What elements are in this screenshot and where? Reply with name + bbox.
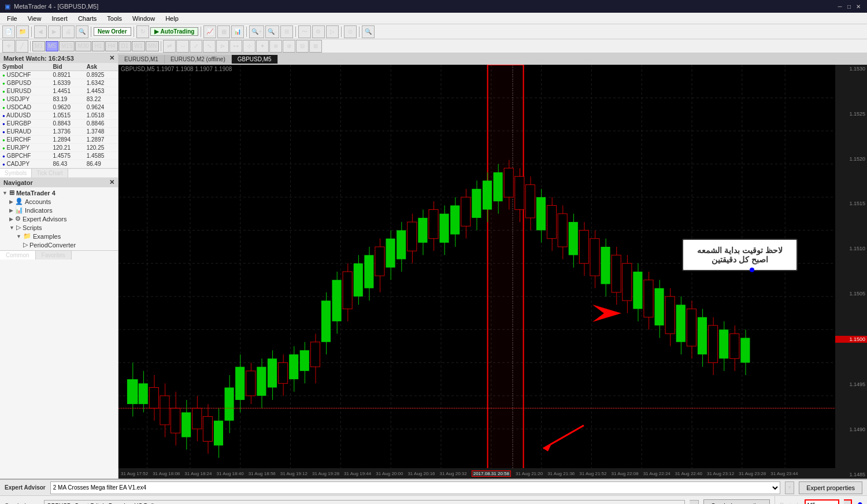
open-data-folder-button[interactable]: 📁 — [16, 25, 29, 38]
market-watch-row[interactable]: ● GBPCHF 1.4575 1.4585 — [0, 152, 118, 160]
bid-cell: 1.4451 — [50, 87, 84, 95]
expert-advisors-button[interactable]: ⚙ — [312, 25, 325, 38]
menu-insert[interactable]: Insert — [47, 13, 72, 24]
period-dropdown-arrow[interactable]: ▼ — [844, 499, 852, 504]
nav-period-converter[interactable]: ▷ PeriodConverter — [0, 240, 118, 249]
line-tool[interactable]: ╱ — [16, 40, 28, 53]
bid-cell: 0.8843 — [50, 120, 84, 128]
symbol-properties-button[interactable]: Symbol properties — [703, 499, 770, 504]
menu-charts[interactable]: Charts — [73, 13, 101, 24]
template-button[interactable]: ⊙ — [344, 25, 357, 38]
drawing-tool-5[interactable]: ⊳ — [216, 40, 229, 53]
drawing-tool-9[interactable]: ⊕ — [269, 40, 282, 53]
nav-expert-advisors[interactable]: ▶ ⚙ Expert Advisors — [0, 214, 118, 223]
nav-tab-favorites[interactable]: Favorites — [36, 251, 72, 260]
nav-scripts[interactable]: ▼ ▷ Scripts — [0, 223, 118, 232]
svg-rect-144 — [730, 333, 739, 358]
line-chart-button[interactable]: 📈 — [203, 25, 216, 38]
new-order-button[interactable]: New Order — [94, 27, 131, 36]
crosshair-tool[interactable]: ✛ — [2, 40, 15, 53]
menu-file[interactable]: File — [2, 13, 22, 24]
nav-examples[interactable]: ▼ 📁 Examples — [0, 232, 118, 240]
nav-period-converter-label: PeriodConverter — [29, 242, 76, 249]
period-input[interactable] — [805, 499, 839, 504]
zoom-out-button[interactable]: 🔍- — [265, 25, 279, 38]
menu-window[interactable]: Window — [128, 13, 160, 24]
ea-dropdown[interactable]: 2 MA Crosses Mega filter EA V1.ex4 — [50, 481, 780, 494]
menu-tools[interactable]: Tools — [102, 13, 127, 24]
drawing-tool-6[interactable]: ⊶ — [229, 40, 242, 53]
properties-button[interactable]: ⊞ — [280, 25, 293, 38]
search-button[interactable]: 🔍 — [362, 25, 375, 38]
period-h1[interactable]: H1 — [92, 41, 105, 51]
scripts-button[interactable]: ▷ — [326, 25, 339, 38]
chart-tab-eurusd-m1[interactable]: EURUSD,M1 — [118, 55, 165, 64]
nav-accounts-label: Accounts — [25, 198, 51, 205]
period-m1[interactable]: M1 — [32, 41, 45, 51]
market-watch-row[interactable]: ● EURCHF 1.2894 1.2897 — [0, 136, 118, 144]
zoom-in-button[interactable]: 🔍+ — [249, 25, 264, 38]
chart-tab-eurusd-m2[interactable]: EURUSD,M2 (offline) — [165, 55, 232, 64]
annotation-line2: اصبح كل دقيقتين — [692, 255, 788, 264]
drawing-tool-11[interactable]: ⊟ — [296, 40, 309, 53]
period-h4[interactable]: H4 — [105, 41, 118, 51]
indicators-button[interactable]: 〜 — [298, 25, 311, 38]
new-order-label: New Order — [98, 28, 127, 35]
market-watch-row[interactable]: ● EURGBP 0.8843 0.8846 — [0, 120, 118, 128]
drawing-tool-1[interactable]: ⇌ — [163, 40, 176, 53]
symbol-select[interactable]: GBPUSD, Great Britain Pound vs US Dollar — [44, 500, 685, 504]
autotrading-button[interactable]: ▶ AutoTrading — [150, 27, 199, 36]
close-button[interactable]: ✕ — [854, 2, 862, 10]
back-button[interactable]: ◀ — [34, 25, 47, 38]
print-button[interactable]: 🖨 — [62, 25, 75, 38]
market-watch-row[interactable]: ● GBPUSD 1.6339 1.6342 — [0, 79, 118, 87]
ea-dropdown-arrow[interactable]: ▼ — [785, 481, 794, 494]
minimize-button[interactable]: ─ — [836, 2, 844, 10]
drawing-tool-2[interactable]: ↔ — [176, 40, 189, 53]
bar-chart-button[interactable]: ▦ — [217, 25, 230, 38]
market-watch-row[interactable]: ● EURAUD 1.3736 1.3748 — [0, 128, 118, 136]
market-watch-row[interactable]: ● EURUSD 1.4451 1.4453 — [0, 87, 118, 95]
market-watch-row[interactable]: ● USDCHF 0.8921 0.8925 — [0, 71, 118, 79]
refresh-button[interactable]: ↻ — [136, 25, 149, 38]
market-watch-row[interactable]: ● AUDUSD 1.0515 1.0518 — [0, 112, 118, 120]
nav-indicators[interactable]: ▶ 📊 Indicators — [0, 206, 118, 214]
menu-help[interactable]: Help — [161, 13, 183, 24]
forward-button[interactable]: ▶ — [48, 25, 61, 38]
market-watch-close[interactable]: ✕ — [109, 54, 114, 62]
maximize-button[interactable]: □ — [845, 2, 853, 10]
drawing-tool-8[interactable]: ✦ — [256, 40, 269, 53]
period-mn[interactable]: MN — [146, 41, 160, 51]
tab-tick-chart[interactable]: Tick Chart — [32, 169, 68, 177]
nav-tab-common[interactable]: Common — [0, 251, 36, 260]
new-chart-button[interactable]: 📄 — [2, 25, 15, 38]
print-preview-button[interactable]: 🔍 — [76, 25, 88, 38]
period-m30[interactable]: M30 — [75, 41, 91, 51]
market-watch-row[interactable]: ● USDCAD 0.9620 0.9624 — [0, 103, 118, 112]
drawing-tool-12[interactable]: ⊠ — [309, 40, 322, 53]
period-m5[interactable]: M5 — [46, 41, 58, 51]
market-watch-row[interactable]: ● USDJPY 83.19 83.22 — [0, 95, 118, 103]
chart-canvas[interactable]: GBPUSD,M5 1.1907 1.1908 1.1907 1.1908 — [118, 65, 867, 479]
svg-rect-136 — [687, 309, 696, 346]
tab-symbols[interactable]: Symbols — [0, 169, 32, 177]
drawing-tool-4[interactable]: ⤡ — [203, 40, 216, 53]
drawing-tool-3[interactable]: ⤢ — [190, 40, 202, 53]
candle-chart-button[interactable]: 📊 — [231, 25, 244, 38]
time-7: 31 Aug 19:28 — [312, 471, 339, 476]
expert-properties-button[interactable]: Expert properties — [799, 481, 862, 494]
drawing-tool-7[interactable]: ⊹ — [243, 40, 255, 53]
period-d1[interactable]: D1 — [118, 41, 131, 51]
market-watch-row[interactable]: ● CADJPY 86.43 86.49 — [0, 160, 118, 168]
period-m15[interactable]: M15 — [59, 41, 75, 51]
navigator-close[interactable]: ✕ — [109, 179, 114, 186]
chart-tab-gbpusd-m5[interactable]: GBPUSD,M5 — [232, 55, 278, 64]
drawing-tool-10[interactable]: ⊗ — [283, 40, 295, 53]
period-w1[interactable]: W1 — [132, 41, 145, 51]
market-watch-row[interactable]: ● EURJPY 120.21 120.25 — [0, 144, 118, 152]
menu-view[interactable]: View — [23, 13, 46, 24]
time-4: 31 Aug 18:40 — [216, 471, 243, 476]
symbol-dropdown-arrow[interactable]: ▼ — [690, 500, 699, 504]
nav-accounts[interactable]: ▶ 👤 Accounts — [0, 197, 118, 206]
nav-root[interactable]: ▼ ⊞ MetaTrader 4 — [0, 188, 118, 197]
